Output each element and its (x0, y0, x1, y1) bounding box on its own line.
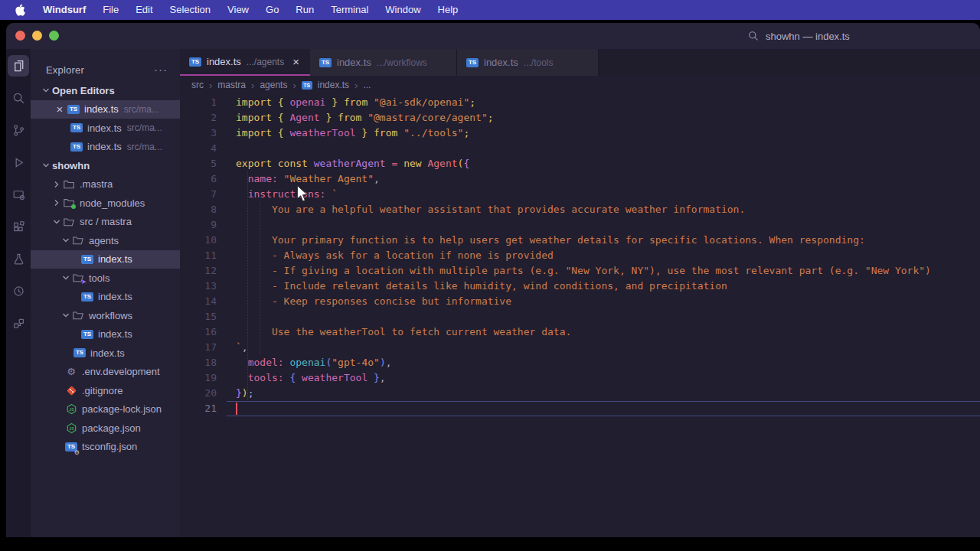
breadcrumb-item-index.ts[interactable]: index.ts (318, 80, 349, 90)
line-number[interactable]: 1 (180, 95, 217, 110)
line-number[interactable]: 2 (180, 110, 217, 126)
explorer-more-actions-icon[interactable]: ··· (149, 66, 172, 73)
line-number[interactable]: 15 (180, 309, 217, 324)
code-line-3[interactable]: 3import { weatherTool } from "../tools"; (180, 126, 980, 141)
code-line-17[interactable]: 17`, (180, 340, 980, 355)
code-line-2[interactable]: 2import { Agent } from "@mastra/core/age… (180, 110, 980, 126)
tab-label: index.ts (207, 56, 241, 67)
tree-item-index.ts[interactable]: TSindex.ts (31, 344, 180, 363)
line-number[interactable]: 18 (180, 355, 217, 370)
code-line-5[interactable]: 5export const weatherAgent = new Agent({ (180, 156, 980, 171)
extensions-icon[interactable] (8, 216, 29, 237)
tree-item-index.ts[interactable]: TSindex.ts (31, 250, 180, 269)
menu-item-selection[interactable]: Selection (162, 0, 219, 20)
menu-item-window[interactable]: Window (377, 0, 429, 20)
menu-item-help[interactable]: Help (430, 0, 467, 20)
breadcrumb-item-src[interactable]: src (191, 80, 204, 90)
run-debug-icon[interactable] (8, 152, 29, 173)
tree-item-node-modules[interactable]: node_modules (31, 194, 180, 213)
line-number[interactable]: 9 (180, 217, 217, 233)
code-area[interactable]: 1import { openai } from "@ai-sdk/openai"… (180, 94, 980, 537)
code-line-14[interactable]: 14 - Keep responses concise but informat… (180, 294, 980, 309)
apple-menu-icon[interactable] (15, 3, 27, 16)
line-number[interactable]: 4 (180, 141, 217, 156)
history-clock-icon[interactable] (8, 280, 29, 302)
tree-item-label: src / mastra (80, 216, 132, 227)
line-number[interactable]: 21 (180, 401, 217, 416)
tree-item-workflows[interactable]: workflows (31, 306, 180, 325)
code-line-11[interactable]: 11 - Always ask for a location if none i… (180, 248, 980, 263)
tree-item-index.ts[interactable]: TSindex.ts (31, 288, 180, 307)
title-bar[interactable]: showhn — index.ts (6, 23, 980, 49)
tree-item-.mastra[interactable]: .mastra (31, 175, 180, 194)
tree-item-index.ts[interactable]: TSindex.tssrc/ma... (31, 119, 180, 138)
menu-item-windsurf[interactable]: Windsurf (34, 0, 94, 20)
close-editor-icon[interactable]: × (54, 103, 66, 116)
testing-flask-icon[interactable] (8, 248, 29, 269)
search-icon[interactable] (8, 87, 29, 109)
tree-item-tsconfig.json[interactable]: TS⚙tsconfig.json (31, 438, 180, 457)
tree-item-.gitignore[interactable]: .gitignore (31, 381, 180, 400)
menu-item-terminal[interactable]: Terminal (322, 0, 377, 20)
code-line-10[interactable]: 10 Your primary function is to help user… (180, 233, 980, 248)
line-number[interactable]: 5 (180, 156, 217, 171)
tree-item-agents[interactable]: agents (31, 231, 180, 250)
line-number[interactable]: 16 (180, 324, 217, 340)
tree-item-index.ts[interactable]: TSindex.tssrc/ma... (31, 138, 180, 157)
breadcrumb-item-agents[interactable]: agents (260, 80, 287, 90)
line-number[interactable]: 8 (180, 202, 217, 217)
tree-item-package.json[interactable]: JSpackage.json (31, 419, 180, 438)
line-number[interactable]: 14 (180, 294, 217, 309)
window-title-search[interactable]: showhn — index.ts (748, 23, 850, 49)
line-number[interactable]: 10 (180, 233, 217, 248)
line-number[interactable]: 6 (180, 171, 217, 187)
menu-item-run[interactable]: Run (287, 0, 322, 20)
menu-bar: WindsurfFileEditSelectionViewGoRunTermin… (0, 0, 980, 20)
menu-item-view[interactable]: View (219, 0, 257, 20)
window-maximize-button[interactable] (49, 31, 59, 41)
close-tab-icon[interactable]: × (292, 55, 299, 68)
line-number[interactable]: 3 (180, 126, 217, 141)
layers-icon[interactable] (8, 312, 29, 334)
tab-index.ts-agents[interactable]: TSindex.ts.../agents× (180, 49, 310, 76)
line-number[interactable]: 12 (180, 263, 217, 279)
code-line-12[interactable]: 12 - If giving a location with multiple … (180, 263, 980, 279)
window-close-button[interactable] (15, 31, 25, 41)
breadcrumb-item-mastra[interactable]: mastra (217, 80, 246, 90)
code-line-1[interactable]: 1import { openai } from "@ai-sdk/openai"… (180, 95, 980, 110)
code-line-4[interactable]: 4 (180, 141, 980, 156)
explorer-icon[interactable] (8, 55, 29, 77)
line-number[interactable]: 13 (180, 279, 217, 294)
line-number[interactable]: 19 (180, 370, 217, 386)
tree-item-tools[interactable]: ➤tools (31, 269, 180, 288)
line-number[interactable]: 7 (180, 187, 217, 202)
code-line-16[interactable]: 16 Use the weatherTool to fetch current … (180, 324, 980, 340)
tab-index.ts-workflows[interactable]: TSindex.ts.../workflows (310, 49, 457, 76)
menu-item-go[interactable]: Go (257, 0, 287, 20)
code-line-19[interactable]: 19 tools: { weatherTool }, (180, 370, 980, 386)
breadcrumb-item-...[interactable]: ... (363, 80, 371, 90)
tree-item-src-mastra[interactable]: src / mastra (31, 213, 180, 232)
source-control-icon[interactable] (8, 119, 29, 141)
code-line-13[interactable]: 13 - Include relevant details like humid… (180, 279, 980, 294)
tree-item-index.ts[interactable]: TSindex.ts (31, 325, 180, 344)
tab-index.ts-tools[interactable]: TSindex.ts.../tools (457, 49, 599, 76)
tree-section-showhn[interactable]: showhn (31, 156, 180, 175)
code-line-6[interactable]: 6 name: "Weather Agent", (180, 171, 980, 187)
tree-item-package-lock.json[interactable]: JSpackage-lock.json (31, 400, 180, 419)
line-number[interactable]: 20 (180, 386, 217, 401)
line-number[interactable]: 11 (180, 248, 217, 263)
code-line-9[interactable]: 9 (180, 217, 980, 233)
code-line-21[interactable]: 21 (180, 401, 980, 416)
remote-window-icon[interactable] (8, 184, 29, 205)
tree-item-.env.development[interactable]: ⚙.env.development (31, 363, 180, 382)
code-line-20[interactable]: 20}); (180, 386, 980, 401)
line-number[interactable]: 17 (180, 340, 217, 355)
tree-item-index.ts[interactable]: ×TSindex.tssrc/ma... (31, 100, 180, 119)
code-line-18[interactable]: 18 model: openai("gpt-4o"), (180, 355, 980, 370)
tree-section-open-editors[interactable]: Open Editors (31, 81, 180, 100)
code-line-15[interactable]: 15 (180, 309, 980, 324)
window-minimize-button[interactable] (32, 31, 42, 41)
menu-item-file[interactable]: File (94, 0, 127, 20)
menu-item-edit[interactable]: Edit (127, 0, 161, 20)
